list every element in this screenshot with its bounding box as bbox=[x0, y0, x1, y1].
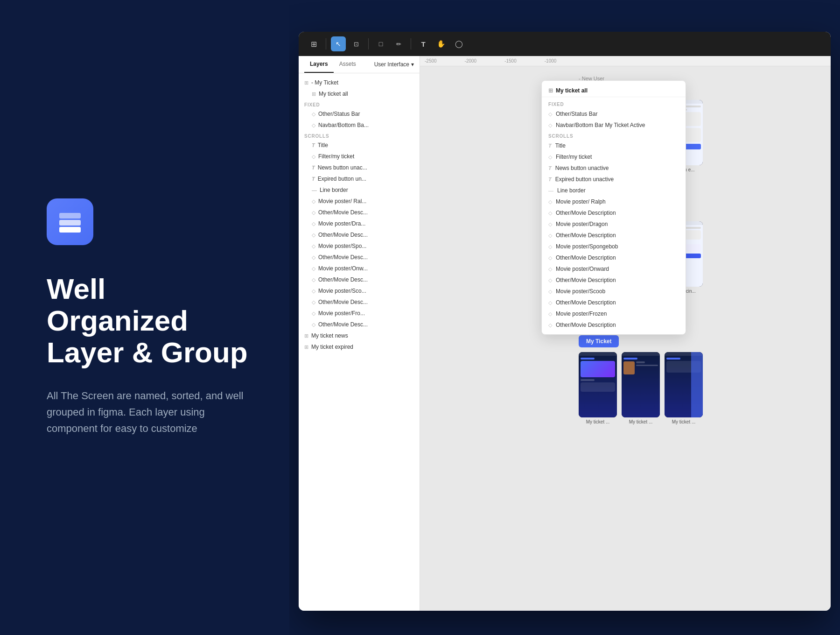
select-tool-btn[interactable]: ↖ bbox=[331, 36, 346, 51]
mini-card-ticket bbox=[581, 361, 615, 377]
screen-label-ticket-3: My ticket ... bbox=[665, 419, 703, 424]
diamond-icon: ◇ bbox=[548, 111, 552, 117]
layer-item-ticket-news[interactable]: ⊞ My ticket news bbox=[299, 330, 420, 341]
layer-item-my-ticket-root[interactable]: ⊞ - My Ticket bbox=[299, 77, 420, 88]
phone-screen-ticket-3 bbox=[665, 352, 703, 417]
screen-thumb-ticket-2 bbox=[622, 352, 660, 417]
screen-thumb-ticket-3 bbox=[665, 352, 703, 417]
mini-bar-1 bbox=[666, 358, 680, 360]
svg-rect-1 bbox=[59, 220, 81, 226]
popup-item-filter[interactable]: ◇ Filter/my ticket bbox=[542, 151, 686, 162]
diamond-icon: ◇ bbox=[548, 210, 552, 216]
frame-tool-btn[interactable]: ⊡ bbox=[349, 36, 364, 51]
mini-ticket-row bbox=[623, 361, 658, 374]
phone-screen-ticket-1 bbox=[579, 352, 617, 417]
hash-icon: ⊞ bbox=[304, 344, 308, 350]
layer-item-desc-2[interactable]: ◇ Other/Movie Desc... bbox=[299, 229, 420, 240]
popup-item-frozen[interactable]: ◇ Movie poster/Frozen bbox=[542, 308, 686, 319]
mini-bar-2 bbox=[636, 361, 645, 363]
panel-dropdown[interactable]: User Interface ▾ bbox=[374, 56, 414, 73]
mini-bar-2 bbox=[581, 379, 595, 381]
line-icon: — bbox=[548, 188, 553, 193]
layer-item-desc-1[interactable]: ◇ Other/Movie Desc... bbox=[299, 207, 420, 218]
layer-item-navbar[interactable]: ◇ Navbar/Bottom Ba... bbox=[299, 120, 420, 131]
popup-item-dragon[interactable]: ◇ Movie poster/Dragon bbox=[542, 219, 686, 230]
figma-window: ⊞ ↖ ⊡ □ ✏ T ✋ ◯ Layers Assets bbox=[299, 32, 831, 611]
diamond-icon: ◇ bbox=[312, 254, 315, 261]
layer-item-status-bar[interactable]: ◇ Other/Status Bar bbox=[299, 108, 420, 120]
diamond-icon: ◇ bbox=[548, 154, 552, 160]
hand-tool-btn[interactable]: ✋ bbox=[434, 36, 448, 51]
screen-thumb-ticket-1 bbox=[579, 352, 617, 417]
popup-header: ⊞ My ticket all bbox=[542, 85, 686, 97]
layer-item-onward[interactable]: ◇ Movie poster/Onw... bbox=[299, 263, 420, 274]
popup-section-scrolls: SCROLLS bbox=[542, 131, 686, 140]
canvas-ruler: -2500 -2000 -1500 -1000 bbox=[420, 56, 831, 66]
main-heading: Well Organized Layer & Group bbox=[47, 273, 252, 369]
layer-item-desc-6[interactable]: ◇ Other/Movie Desc... bbox=[299, 319, 420, 330]
layers-panel: Layers Assets User Interface ▾ ⊞ - My Ti… bbox=[299, 56, 420, 611]
layer-item-expired-btn[interactable]: T Expired button un... bbox=[299, 173, 420, 184]
layer-item-ralph[interactable]: ◇ Movie poster/ Ral... bbox=[299, 196, 420, 207]
screen-label-ticket-2: My ticket ... bbox=[622, 419, 660, 424]
popup-item-navbar-active[interactable]: ◇ Navbar/Bottom Bar My Ticket Active bbox=[542, 120, 686, 131]
canvas-area: ⊞ My ticket all FIXED ◇ Other/Status Bar… bbox=[420, 56, 831, 611]
popup-item-expired-btn[interactable]: T Expired button unactive bbox=[542, 174, 686, 185]
pen-tool-btn[interactable]: ✏ bbox=[391, 36, 406, 51]
shape-tool-btn[interactable]: □ bbox=[373, 36, 388, 51]
diamond-icon: ◇ bbox=[312, 299, 315, 305]
popup-item-line-border[interactable]: — Line border bbox=[542, 185, 686, 196]
layer-item-my-ticket-all[interactable]: ⊞ My ticket all bbox=[299, 88, 420, 99]
my-ticket-btn[interactable]: My Ticket bbox=[579, 335, 619, 347]
popup-item-movie-desc-1[interactable]: ◇ Other/Movie Description bbox=[542, 207, 686, 219]
popup-item-movie-desc-6[interactable]: ◇ Other/Movie Description bbox=[542, 319, 686, 331]
popup-item-scoob[interactable]: ◇ Movie poster/Scoob bbox=[542, 286, 686, 297]
text-tool-btn[interactable]: T bbox=[416, 36, 431, 51]
layer-item-line-border[interactable]: — Line border bbox=[299, 184, 420, 196]
popup-item-movie-desc-5[interactable]: ◇ Other/Movie Description bbox=[542, 297, 686, 308]
popup-item-title[interactable]: T Title bbox=[542, 140, 686, 151]
popup-item-status-bar[interactable]: ◇ Other/Status Bar bbox=[542, 108, 686, 120]
phone-content bbox=[622, 356, 660, 376]
panel-tabs: Layers Assets User Interface ▾ bbox=[299, 56, 420, 73]
popup-section-fixed: FIXED bbox=[542, 99, 686, 108]
mini-card-2 bbox=[581, 382, 615, 392]
sub-text: All The Screen are named, sorted, and we… bbox=[47, 388, 252, 437]
diamond-icon: ◇ bbox=[548, 244, 552, 250]
popup-item-movie-desc-4[interactable]: ◇ Other/Movie Description bbox=[542, 275, 686, 286]
layer-item-dragon[interactable]: ◇ Movie poster/Dra... bbox=[299, 218, 420, 229]
popup-item-spongebob[interactable]: ◇ Movie poster/Spongebob bbox=[542, 241, 686, 252]
figma-logo-btn[interactable]: ⊞ bbox=[306, 36, 321, 51]
tab-assets[interactable]: Assets bbox=[334, 56, 362, 73]
tab-layers[interactable]: Layers bbox=[304, 56, 334, 73]
popup-item-movie-desc-3[interactable]: ◇ Other/Movie Description bbox=[542, 252, 686, 263]
popup-item-news-btn[interactable]: T News button unactive bbox=[542, 162, 686, 174]
diamond-icon: ◇ bbox=[312, 122, 315, 128]
layer-item-scoob[interactable]: ◇ Movie poster/Sco... bbox=[299, 285, 420, 296]
diamond-icon: ◇ bbox=[548, 277, 552, 283]
popup-item-ralph[interactable]: ◇ Movie poster/ Ralph bbox=[542, 196, 686, 207]
layer-item-title[interactable]: T Title bbox=[299, 140, 420, 151]
toolbar-separator-1 bbox=[326, 38, 326, 49]
layer-item-news-btn[interactable]: T News button unac... bbox=[299, 162, 420, 173]
hash-icon: ⊞ bbox=[304, 333, 308, 339]
comment-tool-btn[interactable]: ◯ bbox=[451, 36, 466, 51]
app-icon bbox=[47, 198, 93, 245]
layer-item-frozen[interactable]: ◇ Movie poster/Fro... bbox=[299, 308, 420, 319]
layer-item-filter[interactable]: ◇ Filter/my ticket bbox=[299, 151, 420, 162]
screen-ticket-2: My ticket ... bbox=[622, 352, 660, 424]
diamond-icon: ◇ bbox=[548, 311, 552, 317]
screen-ticket-1: My ticket ... bbox=[579, 352, 617, 424]
hash-icon: ⊞ bbox=[312, 91, 316, 97]
layer-item-ticket-expired[interactable]: ⊞ My ticket expired bbox=[299, 341, 420, 353]
layer-item-spongebob[interactable]: ◇ Movie poster/Spo... bbox=[299, 240, 420, 252]
layer-item-desc-5[interactable]: ◇ Other/Movie Desc... bbox=[299, 296, 420, 308]
popup-item-onward[interactable]: ◇ Movie poster/Onward bbox=[542, 263, 686, 275]
layer-item-desc-4[interactable]: ◇ Other/Movie Desc... bbox=[299, 274, 420, 285]
text-icon: T bbox=[548, 176, 552, 182]
figma-toolbar: ⊞ ↖ ⊡ □ ✏ T ✋ ◯ bbox=[299, 32, 831, 56]
layer-item-desc-3[interactable]: ◇ Other/Movie Desc... bbox=[299, 252, 420, 263]
svg-rect-0 bbox=[59, 213, 81, 219]
line-icon: — bbox=[312, 187, 317, 193]
popup-item-movie-desc-2[interactable]: ◇ Other/Movie Description bbox=[542, 230, 686, 241]
